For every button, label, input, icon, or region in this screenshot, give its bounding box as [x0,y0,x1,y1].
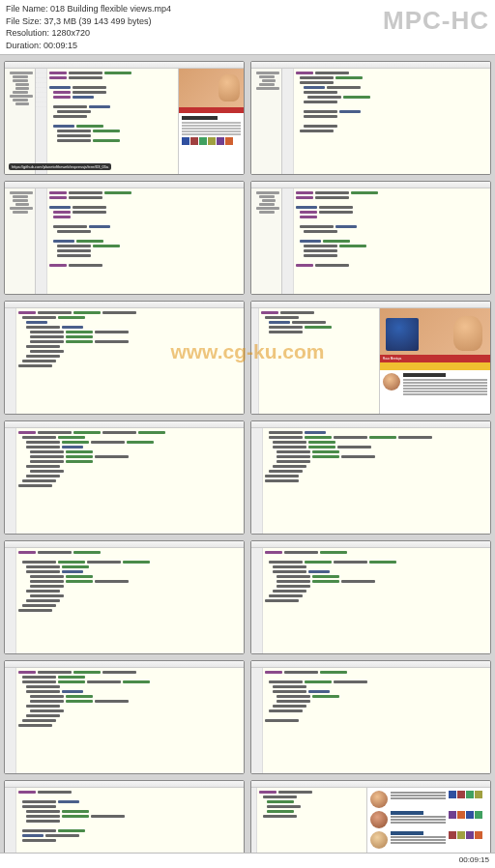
video-thumbnail-5[interactable] [4,301,245,415]
browser-preview [178,69,244,174]
video-thumbnail-10[interactable] [250,540,491,654]
artwork-grid [182,137,241,145]
avatar [370,811,388,828]
video-thumbnail-3[interactable] [4,181,245,295]
thumb-grid [449,831,487,849]
hero-image [380,308,490,355]
speaker-card [380,370,490,399]
filename-value: 018 Building flexible views.mp4 [50,4,171,14]
nav-bar: Roux Meetups [380,355,490,362]
filename-label: File Name: [6,4,48,14]
hero-image [179,69,244,107]
article-row [370,831,487,849]
line-gutter [36,69,47,174]
video-thumbnail-9[interactable] [4,540,245,654]
thumbnail-grid: https://github.com/planetoftheweb/expres… [0,55,495,868]
file-info-header: MPC-HC File Name: 018 Building flexible … [0,0,495,55]
status-bar: 00:09:15 [0,853,495,868]
file-tree [5,69,36,174]
article-row [370,811,487,828]
code-editor [47,69,178,174]
avatar [383,373,400,391]
article-title-1 [391,811,423,815]
url-tooltip: https://github.com/planetoftheweb/expres… [9,163,111,170]
video-thumbnail-8[interactable] [250,420,491,535]
resolution-value: 1280x720 [52,28,91,38]
duration-label: Duration: [6,41,42,50]
yellow-band [380,362,490,370]
video-thumbnail-11[interactable] [4,660,245,774]
thumb-grid [449,791,487,808]
duration-value: 00:09:15 [44,41,77,50]
filesize-label: File Size: [6,16,42,26]
avatar [370,831,388,849]
menu-bar [5,62,244,69]
article-row [370,791,487,808]
video-thumbnail-12[interactable] [250,660,491,774]
app-title: MPC-HC [383,3,489,38]
video-thumbnail-4[interactable] [250,181,491,295]
video-thumbnail-6[interactable]: Roux Meetups [250,301,491,415]
video-thumbnail-7[interactable] [4,420,245,535]
thumb-grid [449,811,487,828]
video-thumbnail-1[interactable]: https://github.com/planetoftheweb/expres… [4,61,245,175]
resolution-label: Resolution: [6,28,49,38]
card-title [403,373,446,377]
article-title-2 [391,831,423,835]
avatar [370,791,388,808]
status-duration: 00:09:15 [459,855,489,864]
filesize-value: 37,3 MB (39 143 499 bytes) [44,16,152,26]
sidebar-title [182,116,218,120]
browser-preview-meetups: Roux Meetups [379,308,490,414]
video-thumbnail-2[interactable] [250,61,491,175]
